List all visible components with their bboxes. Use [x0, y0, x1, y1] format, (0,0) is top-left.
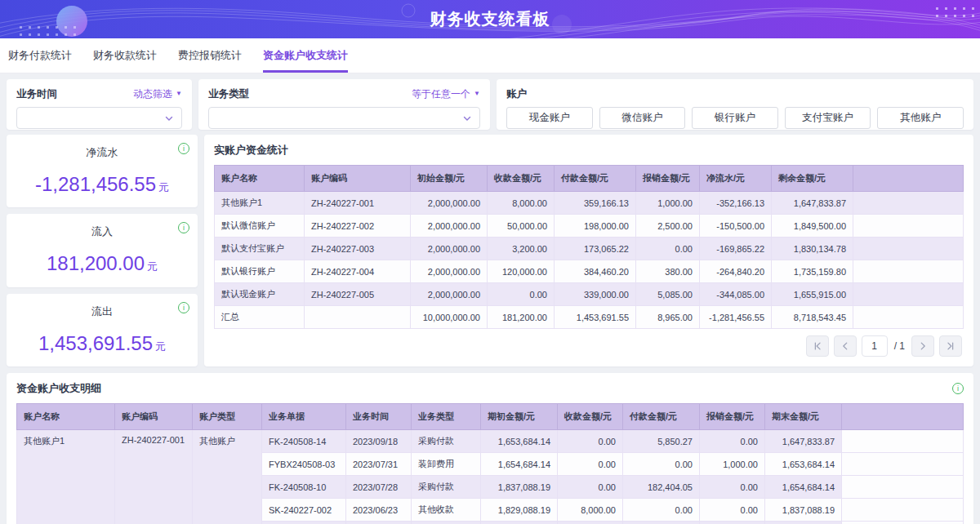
col-account-code: 账户编码 [305, 166, 411, 192]
info-icon[interactable]: i [178, 302, 189, 313]
col-received-amount: 收款金额/元 [488, 166, 555, 192]
fund-account-detail-panel: 资金账户收支明细 i 账户名称 账户编码 账户类型 业务单据 业务时间 业务类型… [7, 373, 973, 524]
page-total-label: / 1 [894, 340, 905, 352]
col-business-type: 业务类型 [412, 404, 481, 430]
info-icon[interactable]: i [178, 143, 189, 154]
pagination: 1 / 1 [214, 329, 964, 358]
account-btn-bank[interactable]: 银行账户 [692, 107, 778, 129]
col-net-flow: 净流水/元 [700, 166, 772, 192]
table-summary-row: 汇总 10,000,000.00181,200.00 1,453,691.558… [215, 306, 964, 329]
col-blank [853, 166, 964, 192]
col-closing-amount: 期末金额/元 [765, 404, 842, 430]
col-account-type: 账户类型 [193, 404, 262, 430]
table-row: 默认银行账户ZH-240227-004 2,000,000.00120,000.… [215, 260, 964, 283]
stat-card-net-flow: 净流水 i -1,281,456.55元 [7, 135, 198, 207]
table-row: 默认现金账户ZH-240227-005 2,000,000.000.00 339… [215, 283, 964, 306]
inflow-value: 181,200.00元 [7, 252, 198, 275]
filter-account: 账户 现金账户 微信账户 银行账户 支付宝账户 其他账户 [497, 79, 973, 130]
col-remaining-amount: 剩余金额/元 [772, 166, 853, 192]
main-row: 净流水 i -1,281,456.55元 流入 i 181,200.00元 流出… [7, 135, 973, 366]
caret-down-icon: ▼ [474, 91, 480, 97]
account-btn-other[interactable]: 其他账户 [877, 107, 964, 129]
filter-business-type: 业务类型 等于任意一个 ▼ [198, 79, 490, 130]
prev-page-button[interactable] [834, 335, 857, 357]
last-page-icon [945, 340, 956, 352]
tab-finance-payment-stats[interactable]: 财务付款统计 [8, 38, 72, 73]
chevron-down-icon [164, 113, 174, 123]
inflow-label: 流入 [7, 224, 198, 239]
group-account-type: 其他账户 [193, 430, 262, 524]
col-paid-amount: 付款金额/元 [623, 404, 700, 430]
tab-finance-receipt-stats[interactable]: 财务收款统计 [93, 38, 157, 73]
table-row: 默认微信账户ZH-240227-002 2,000,000.0050,000.0… [215, 215, 964, 238]
outflow-value: 1,453,691.55元 [7, 332, 198, 355]
chevron-down-icon [462, 113, 472, 123]
first-page-icon [812, 340, 823, 352]
business-time-label: 业务时间 [16, 87, 57, 101]
table-row: 默认支付宝账户ZH-240227-003 2,000,000.003,200.0… [215, 238, 964, 260]
fund-account-detail-table: 账户名称 账户编码 账户类型 业务单据 业务时间 业务类型 期初金额/元 收款金… [16, 403, 964, 524]
table-header-row: 账户名称 账户编码 初始金额/元 收款金额/元 付款金额/元 报销金额/元 净流… [215, 166, 964, 192]
net-flow-label: 净流水 [7, 145, 198, 160]
tab-fund-account-stats[interactable]: 资金账户收支统计 [263, 38, 348, 73]
account-btn-cash[interactable]: 现金账户 [506, 107, 593, 129]
first-page-button[interactable] [806, 335, 829, 357]
business-type-select[interactable] [208, 107, 480, 129]
detail-table-title: 资金账户收支明细 [16, 381, 101, 396]
equals-any-link[interactable]: 等于任意一个 ▼ [412, 87, 480, 101]
col-reimbursed-amount: 报销金额/元 [700, 404, 765, 430]
account-label: 账户 [506, 87, 527, 101]
col-reimbursed-amount: 报销金额/元 [636, 166, 700, 192]
col-initial-amount: 初始金额/元 [411, 166, 488, 192]
col-opening-amount: 期初金额/元 [481, 404, 558, 430]
col-account-name: 账户名称 [17, 404, 115, 430]
page-title: 财务收支统看板 [0, 0, 980, 38]
tab-bar: 财务付款统计 财务收款统计 费控报销统计 资金账户收支统计 [0, 38, 980, 73]
group-account-code: ZH-240227-001 [115, 430, 193, 524]
info-icon[interactable]: i [952, 383, 964, 394]
real-account-summary-panel: 实账户资金统计 账户名称 账户编码 初始金额/元 收款金额/元 付款金额/元 报… [204, 135, 973, 366]
real-account-summary-table: 账户名称 账户编码 初始金额/元 收款金额/元 付款金额/元 报销金额/元 净流… [214, 165, 964, 329]
account-btn-wechat[interactable]: 微信账户 [599, 107, 686, 129]
filter-row: 业务时间 动态筛选 ▼ 业务类型 等于任意一个 ▼ [7, 79, 973, 130]
col-account-code: 账户编码 [115, 404, 193, 430]
header-banner: 财务收支统看板 [0, 0, 980, 38]
current-page-input[interactable]: 1 [862, 335, 888, 357]
tab-expense-reimburse-stats[interactable]: 费控报销统计 [178, 38, 242, 73]
next-page-button[interactable] [911, 335, 934, 357]
chevron-left-icon [840, 340, 851, 352]
business-type-label: 业务类型 [208, 87, 249, 101]
col-account-name: 账户名称 [215, 166, 305, 192]
last-page-button[interactable] [939, 335, 962, 357]
col-received-amount: 收款金额/元 [558, 404, 623, 430]
table-row: 其他账户1ZH-240227-001 2,000,000.008,000.00 … [215, 192, 964, 215]
business-time-select[interactable] [16, 107, 182, 129]
filter-business-time: 业务时间 动态筛选 ▼ [7, 79, 192, 130]
stat-card-outflow: 流出 i 1,453,691.55元 [7, 294, 198, 366]
group-account-name: 其他账户1 [17, 430, 115, 524]
col-business-doc: 业务单据 [262, 404, 346, 430]
page-content: 业务时间 动态筛选 ▼ 业务类型 等于任意一个 ▼ [0, 73, 980, 524]
stat-card-inflow: 流入 i 181,200.00元 [7, 214, 198, 286]
dynamic-filter-link[interactable]: 动态筛选 ▼ [133, 87, 182, 101]
stat-cards-column: 净流水 i -1,281,456.55元 流入 i 181,200.00元 流出… [7, 135, 198, 366]
net-flow-value: -1,281,456.55元 [7, 173, 198, 196]
caret-down-icon: ▼ [176, 91, 182, 97]
chevron-right-icon [917, 340, 929, 352]
col-business-time: 业务时间 [346, 404, 412, 430]
table-header-row: 账户名称 账户编码 账户类型 业务单据 业务时间 业务类型 期初金额/元 收款金… [17, 404, 964, 430]
account-btn-alipay[interactable]: 支付宝账户 [785, 107, 871, 129]
col-blank [842, 404, 964, 430]
table-row: 其他账户1 ZH-240227-001 其他账户 FK-240508-14 20… [17, 430, 964, 453]
summary-table-title: 实账户资金统计 [214, 143, 964, 158]
col-paid-amount: 付款金额/元 [555, 166, 636, 192]
outflow-label: 流出 [7, 304, 198, 319]
account-button-group: 现金账户 微信账户 银行账户 支付宝账户 其他账户 [506, 107, 964, 129]
